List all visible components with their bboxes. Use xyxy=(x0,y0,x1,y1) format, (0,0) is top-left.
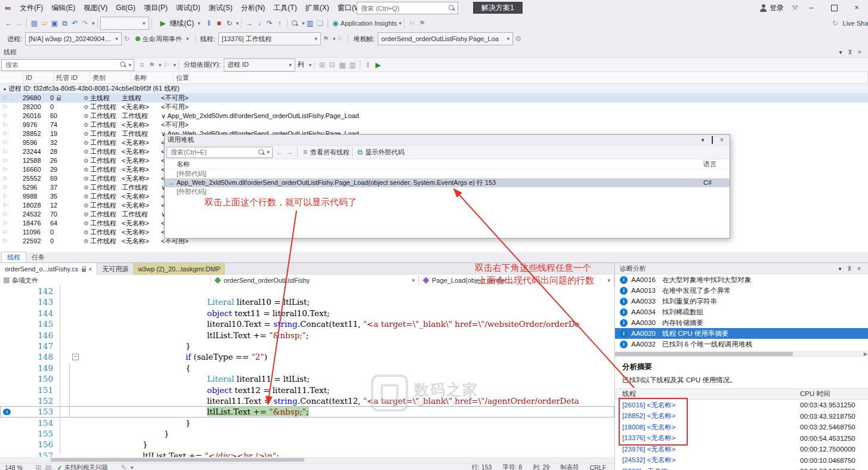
flag-icon[interactable]: ⚐ xyxy=(2,237,8,246)
code-line[interactable]: 157ltlList.Text += "</div><br />\n"; xyxy=(0,450,614,457)
break-all-icon[interactable]: ‖ xyxy=(204,18,214,29)
tab-tasks[interactable]: 任务 xyxy=(26,252,50,262)
tab-dump-file[interactable]: w3wp (2)_20...taskgmr.DMP xyxy=(133,263,225,275)
diagnostic-item[interactable]: iAA0033找到重复的字符串 xyxy=(615,296,868,307)
flag-icon[interactable]: ⚐ xyxy=(2,201,8,210)
issues-status[interactable]: 未找到相关问题 xyxy=(64,463,109,470)
flag-show-icon[interactable]: ⚑ xyxy=(147,60,157,70)
process-dropdown[interactable]: [N/A] w3wp (2)_202409040845...▾ xyxy=(25,32,122,45)
thread-link[interactable]: [5296] <无名称> xyxy=(622,467,800,470)
col-id[interactable]: ID xyxy=(23,72,54,83)
flag-icon[interactable]: ⚐ xyxy=(2,165,8,174)
flag-icon[interactable]: ⚐ xyxy=(2,183,8,192)
columns-options-icon[interactable]: ▦ xyxy=(337,60,347,70)
flag-icon[interactable]: ⚐ xyxy=(2,94,8,103)
flag-toolbar-icon[interactable]: ⚑ xyxy=(417,18,427,29)
undo-icon[interactable]: ↶ xyxy=(70,18,80,29)
code-line[interactable]: 155} xyxy=(0,428,614,439)
redo-icon[interactable]: ↷ xyxy=(80,18,90,29)
show-next-statement-icon[interactable]: → xyxy=(244,18,254,29)
diagnostic-item[interactable]: iAA0032已找到 6 个唯一线程调用堆栈 xyxy=(615,339,868,350)
code-line[interactable]: 154} xyxy=(0,418,614,428)
stack-frame-dropdown[interactable]: orderSend_orderOutListFishy.Page_Loa▾ xyxy=(378,32,513,45)
code-line[interactable]: 145literal10.Text = string.Concat(text11… xyxy=(0,319,614,329)
solution-badge[interactable]: 解决方案1 xyxy=(473,2,523,14)
call-stack-search-input[interactable] xyxy=(169,148,258,156)
process-refresh-icon[interactable]: ↻ xyxy=(122,33,132,44)
menu-item-10[interactable]: 扩展(X) xyxy=(301,0,333,16)
menu-item-8[interactable]: 分析(N) xyxy=(237,0,270,16)
columns-button[interactable]: 列 xyxy=(298,60,304,69)
close-panel-icon[interactable]: × xyxy=(855,49,864,55)
navigate-back-icon[interactable]: ← xyxy=(4,18,14,29)
code-line[interactable]: 151object text12 = literal11.Text; xyxy=(0,385,614,395)
restart-icon[interactable]: ↻ xyxy=(224,18,234,29)
lifecycle-events-button[interactable]: 生命周期事件 ▾ xyxy=(132,35,193,44)
menu-item-5[interactable]: 项目(P) xyxy=(140,0,172,16)
flag-icon[interactable]: ⚐ xyxy=(2,103,8,112)
code-line[interactable]: 150Literal literal11 = ltlList; xyxy=(0,373,614,384)
flag-filter-icon[interactable]: ⚑ xyxy=(321,33,331,44)
flag-icon[interactable]: ⚐ xyxy=(2,174,8,183)
flag-icon[interactable]: ⚐ xyxy=(2,210,8,219)
freeze-icon[interactable]: ▥ xyxy=(347,60,357,70)
diagnostic-item[interactable]: iAA0030内存转储摘要 xyxy=(615,317,868,328)
diagnostic-item[interactable]: iAA0034找到稀疏数组 xyxy=(615,307,868,317)
scrollbar-thumb[interactable] xyxy=(615,352,793,356)
fold-toggle-icon[interactable]: − xyxy=(72,354,79,360)
thread-row[interactable]: ⚐→296800⚙主线程主线程<不可用> xyxy=(0,94,868,103)
app-insights-icon[interactable]: ◉ xyxy=(330,18,341,29)
process-group-row[interactable]: ▴ 进程 ID: f32dfc3a-80d5-43b0-8081-24cb5e0… xyxy=(0,84,868,94)
diagnostic-item[interactable]: iAA0020线程 CPU 使用率摘要 xyxy=(615,328,868,339)
close-button[interactable]: × xyxy=(845,0,868,16)
col-category[interactable]: 类别 xyxy=(90,72,131,83)
thread-link[interactable]: [26016] <无名称> xyxy=(622,401,800,410)
menu-item-4[interactable]: Git(G) xyxy=(112,0,140,16)
status-icon-2[interactable]: ▤ xyxy=(44,464,54,470)
thread-row[interactable]: ⚐2601660⚙工作线程工作线程∨ App_Web_2xld50vm.dll!… xyxy=(0,112,868,120)
back-icon[interactable]: ← xyxy=(274,147,285,157)
flag-icon[interactable]: ⚐ xyxy=(2,112,8,120)
navigate-forward-icon[interactable]: → xyxy=(14,18,24,29)
save-icon[interactable]: ▣ xyxy=(50,18,60,29)
code-area[interactable]: 142143Literal literal10 = ltlList;144obj… xyxy=(0,286,614,457)
step-out-icon[interactable]: ↑ xyxy=(274,18,285,29)
expand-stacks-icon[interactable]: ⊞ xyxy=(317,60,327,70)
code-line[interactable]: 156} xyxy=(0,439,614,450)
diagnostic-item[interactable]: iAA0016在大型对象堆中找到大型对象 xyxy=(615,274,868,285)
close-panel-icon[interactable]: × xyxy=(854,265,864,272)
code-line[interactable]: 149{ xyxy=(0,363,614,373)
type-dropdown[interactable]: orderSend_orderOutListFishy▾ xyxy=(211,275,419,286)
diagnostics-chart-icon[interactable]: ▥ xyxy=(305,18,315,29)
live-share-button[interactable]: ↻ Live Shar xyxy=(830,18,868,29)
view-all-threads-button[interactable]: 查看所有线程 xyxy=(310,148,350,157)
thread-dropdown[interactable]: [13376] 工作线程▾ xyxy=(218,32,321,45)
col-managed-id[interactable]: 托管 ID xyxy=(54,72,90,83)
pin-icon[interactable]: ⊼ xyxy=(845,49,855,55)
flag-icon[interactable]: ⚐ xyxy=(2,129,8,138)
step-into-icon[interactable]: ↓ xyxy=(254,18,264,29)
resume-threads-icon[interactable]: ▶ xyxy=(373,60,383,70)
call-stack-search[interactable]: ▾ xyxy=(166,147,273,158)
flag-icon[interactable]: ⚐ xyxy=(2,192,8,201)
call-stack-frame[interactable]: [外部代码] xyxy=(165,187,730,196)
code-line[interactable]: 144object text11 = literal10.Text; xyxy=(0,308,614,319)
scrollbar-arrow-icon[interactable]: ▶ xyxy=(864,351,867,357)
call-stack-frame[interactable]: App_Web_2xld50vm.dll!orderSend_orderOutL… xyxy=(165,178,730,187)
list-icon[interactable]: ≡ xyxy=(137,60,147,70)
undo-dropdown-icon[interactable]: ▾ xyxy=(92,20,95,26)
diagnostic-indicator-icon[interactable]: i xyxy=(3,409,11,415)
threads-search-input[interactable] xyxy=(4,61,120,69)
flag-outline-icon[interactable]: ⚐ xyxy=(335,33,345,44)
tab-threads[interactable]: 线程 xyxy=(1,252,26,262)
horizontal-scrollbar[interactable] xyxy=(0,457,614,463)
flag-icon[interactable]: ⚐ xyxy=(2,138,8,147)
menu-item-1[interactable]: 文件(F) xyxy=(16,0,47,16)
project-dropdown[interactable]: 杂项文件 xyxy=(0,275,211,286)
app-insights-label[interactable]: Application Insights xyxy=(341,20,397,27)
forward-icon[interactable]: → xyxy=(285,147,295,157)
menu-item-6[interactable]: 调试(D) xyxy=(172,0,205,16)
close-tab-icon[interactable]: × xyxy=(88,266,92,273)
code-line[interactable]: 143Literal literal10 = ltlList; xyxy=(0,296,614,307)
menu-item-7[interactable]: 测试(S) xyxy=(205,0,237,16)
